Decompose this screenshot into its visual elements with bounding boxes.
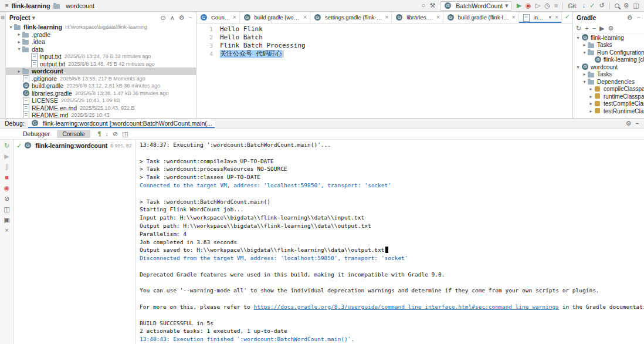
project-panel-title[interactable]: Project: [9, 14, 30, 21]
execute-task-icon[interactable]: ▶: [599, 25, 604, 32]
attach-project-icon[interactable]: +: [585, 25, 588, 32]
tree-item-testruntimeclasspath[interactable]: ▸testRuntimeClasspath: [573, 107, 644, 115]
chevron-right-icon[interactable]: ▸: [582, 72, 587, 77]
search-icon[interactable]: [615, 4, 619, 8]
user-icon[interactable]: ○: [422, 2, 426, 9]
pause-icon[interactable]: ∥: [5, 164, 9, 170]
chevron-right-icon[interactable]: ▸: [16, 39, 22, 45]
run-icon[interactable]: ▶: [517, 2, 521, 9]
chevron-right-icon[interactable]: ▸: [16, 69, 22, 74]
close-tab-icon[interactable]: ×: [436, 14, 440, 21]
tree-item-.gitignore[interactable]: .gitignore2025/6/8 13:59, 217 B Moments …: [6, 75, 196, 83]
tree-item-flink-learning[interactable]: ▾flink-learningH:\workspace\bigdata\flin…: [6, 23, 196, 31]
tree-item-libraries.gradle[interactable]: libraries.gradle2025/6/8 13:38, 1.47 kB …: [6, 90, 196, 97]
profiler-icon[interactable]: ◷: [544, 2, 550, 9]
code-line[interactable]: 1Hello Flink: [196, 25, 572, 33]
tree-item-testcompileclasspath[interactable]: ▸testCompileClasspath: [573, 100, 644, 108]
close-tab-icon[interactable]: ×: [233, 14, 236, 21]
editor-tab-build.gradle-flink-learning[interactable]: build.gradle (flink-learning)×: [443, 12, 519, 23]
chevron-down-icon[interactable]: ▾: [575, 65, 581, 70]
editor-tab-build.gradle-wordcount[interactable]: build.gradle (wordcount)×: [240, 12, 310, 23]
history-icon[interactable]: ↺: [599, 2, 605, 9]
resume-icon[interactable]: ▶: [4, 153, 9, 160]
debug-tab-debugger[interactable]: Debugger: [18, 130, 55, 138]
layout-icon[interactable]: ◫: [633, 2, 639, 9]
restore-layout-icon[interactable]: ◫: [4, 206, 9, 213]
chevron-down-icon[interactable]: ▾: [8, 25, 13, 30]
rerun-icon[interactable]: ↻: [4, 143, 9, 149]
code-line[interactable]: 3Flink Batch Processing: [196, 42, 572, 50]
tree-item-run-configurations[interactable]: ▾Run Configurations: [573, 49, 644, 56]
close-tab-icon[interactable]: ×: [512, 14, 516, 21]
tree-item-.gradle[interactable]: ▸.gradle: [6, 31, 196, 39]
settings-icon[interactable]: ⚙: [623, 2, 629, 9]
tree-item-license[interactable]: LICENSE2025/5/25 10:43, 1.09 kB: [6, 97, 196, 104]
settings-icon[interactable]: ⚙: [626, 120, 632, 127]
chevron-right-icon[interactable]: ▸: [588, 86, 594, 92]
stop-debug-icon[interactable]: ■: [5, 174, 9, 181]
hide-panel-icon[interactable]: −: [637, 15, 640, 21]
editor-tab-libraries.gradle[interactable]: libraries.gradle×: [392, 12, 443, 23]
editor-tab-input.txt[interactable]: input.txt▾×: [519, 12, 562, 23]
tree-item-input.txt[interactable]: input.txt2025/6/8 13:24, 78 B 32 minutes…: [6, 53, 196, 60]
run-task-node[interactable]: ✓ flink-learning:wordcount 6 sec, 82 ms: [16, 141, 133, 150]
editor-tab-settings.gradle-flink-learning[interactable]: settings.gradle (flink-learning)×: [310, 12, 392, 23]
clear-console-icon[interactable]: ⊘: [113, 131, 118, 137]
commit-icon[interactable]: ✓: [589, 2, 595, 9]
code-line[interactable]: 2Hello Batch: [196, 33, 572, 42]
hide-panel-icon[interactable]: −: [189, 15, 192, 21]
tree-item-readme.en.md[interactable]: README.en.md2025/5/25 10:43, 922 B: [6, 104, 196, 112]
mute-breakpoints-icon[interactable]: ⊘: [4, 195, 9, 202]
tree-item-build.gradle[interactable]: build.gradle2025/6/8 13:12, 2.81 kB 36 m…: [6, 82, 196, 90]
editor-content[interactable]: 1Hello Flink2Hello Batch3Flink Batch Pro…: [196, 23, 572, 118]
console-output[interactable]: 13:48:37: Executing ':wordcount:BatchWor…: [136, 140, 644, 344]
tree-item-readme.md[interactable]: README.md2025/5/25 10:43: [6, 112, 196, 118]
tree-item-wordcount[interactable]: ▸wordcount: [6, 68, 196, 75]
settings-icon[interactable]: ⚙: [179, 15, 185, 21]
collapse-all-icon[interactable]: ∧: [170, 15, 175, 21]
chevron-right-icon[interactable]: ▸: [588, 109, 594, 114]
chevron-down-icon[interactable]: ▾: [575, 35, 581, 41]
settings-icon[interactable]: ⚙: [627, 15, 633, 21]
chevron-right-icon[interactable]: ▸: [588, 101, 594, 106]
breakpoints-icon[interactable]: ◉: [4, 185, 10, 191]
sync-gradle-icon[interactable]: ↻: [576, 25, 581, 32]
update-project-icon[interactable]: ↓: [582, 2, 586, 9]
tree-item-wordcount[interactable]: ▾wordcount: [573, 63, 644, 71]
chevron-down-icon[interactable]: ▾: [582, 79, 587, 85]
scroll-to-end-icon[interactable]: ↓: [106, 131, 109, 137]
debug-tab-console[interactable]: Console: [57, 130, 90, 138]
build-hammer-icon[interactable]: ⚒: [429, 2, 435, 9]
pin-icon[interactable]: ▣: [4, 217, 9, 223]
editor-tab-count.java[interactable]: Count.java×: [196, 12, 240, 23]
tree-item-tasks[interactable]: ▸Tasks: [573, 42, 644, 49]
soft-wrap-icon[interactable]: ¶: [98, 131, 101, 137]
tree-item-tasks[interactable]: ▸Tasks: [573, 71, 644, 79]
chevron-down-icon[interactable]: ▾: [32, 15, 36, 21]
tree-item-flink-learning-clean[interactable]: flink-learning [clean: [573, 56, 644, 64]
tree-item-output.txt[interactable]: output.txt2025/6/8 13:48, 45 B 42 minute…: [6, 60, 196, 68]
coverage-icon[interactable]: ▷: [535, 2, 540, 9]
tree-item-compileclasspath[interactable]: ▸compileClasspath: [573, 86, 644, 93]
chevron-right-icon[interactable]: ▸: [588, 94, 594, 99]
hide-panel-icon[interactable]: −: [636, 120, 639, 127]
chevron-down-icon[interactable]: ▾: [582, 50, 587, 55]
tree-item-data[interactable]: ▾data: [6, 46, 196, 53]
tree-item-runtimeclasspath[interactable]: ▸runtimeClasspath: [573, 93, 644, 100]
chevron-down-icon[interactable]: ▾: [547, 15, 553, 20]
check-icon[interactable]: ✓: [565, 14, 570, 20]
debug-icon[interactable]: ◉: [526, 2, 531, 9]
close-tab-icon[interactable]: ×: [303, 14, 307, 21]
code-line[interactable]: 4关注公众号 代码匠心: [196, 50, 572, 58]
close-tab-icon[interactable]: ×: [555, 14, 558, 21]
detach-project-icon[interactable]: −: [592, 25, 596, 32]
stop-icon[interactable]: ■: [554, 2, 558, 9]
menu-icon[interactable]: ≡: [5, 2, 8, 9]
tree-item-.idea[interactable]: ▸.idea: [6, 38, 196, 46]
project-stripe-icon[interactable]: ▤: [1, 15, 5, 19]
debug-session-tab[interactable]: flink-learning:wordcount [:wordcount:Bat…: [28, 119, 215, 128]
run-config-select[interactable]: BatchWordCount ▾: [440, 1, 511, 11]
close-icon[interactable]: ×: [5, 227, 8, 234]
tree-item-dependencies[interactable]: ▾Dependencies: [573, 78, 644, 86]
tree-item-flink-learning[interactable]: ▾flink-learning: [573, 34, 644, 42]
